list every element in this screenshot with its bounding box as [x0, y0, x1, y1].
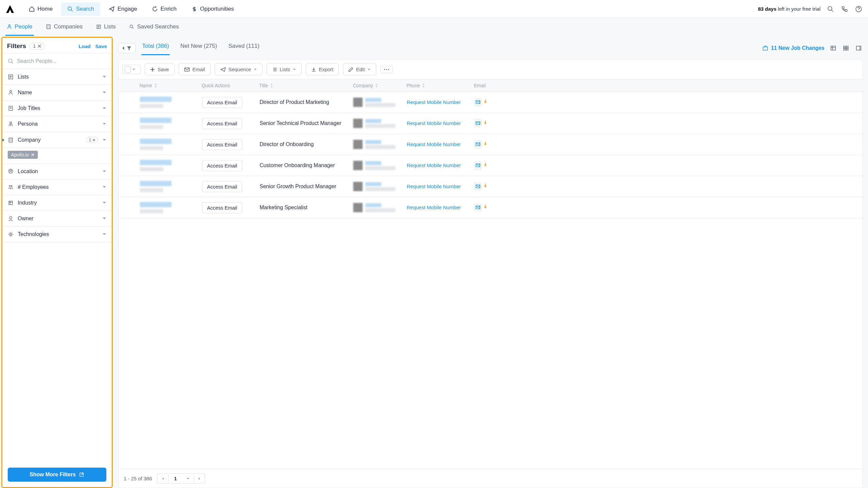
- filter-owner[interactable]: Owner: [2, 211, 112, 227]
- layout-grid-icon[interactable]: [842, 44, 850, 52]
- layout-list-icon[interactable]: [829, 44, 837, 52]
- company-cell[interactable]: [353, 98, 401, 107]
- sort-icon[interactable]: [422, 84, 425, 88]
- filter-lists[interactable]: Lists: [2, 69, 112, 85]
- column-company[interactable]: Company: [353, 83, 373, 88]
- sequence-button[interactable]: Sequence: [215, 64, 263, 75]
- show-more-filters-button[interactable]: Show More Filters: [8, 467, 106, 482]
- load-filters-link[interactable]: Load: [79, 43, 91, 49]
- tab-saved[interactable]: Saved (111): [228, 41, 260, 55]
- verified-email-icon[interactable]: [474, 162, 482, 169]
- filter-technologies[interactable]: Technologies: [2, 227, 112, 242]
- chevron-down-icon[interactable]: [132, 68, 135, 70]
- verified-email-icon[interactable]: [474, 183, 482, 190]
- chip-apollo-io[interactable]: Apollo.io: [8, 151, 38, 159]
- save-filters-link[interactable]: Save: [95, 43, 107, 49]
- request-mobile-link[interactable]: Request Mobile Number: [407, 120, 461, 126]
- company-cell[interactable]: [353, 203, 401, 212]
- filter--employees[interactable]: # Employees: [2, 180, 112, 195]
- export-button[interactable]: Export: [306, 64, 339, 75]
- verified-email-icon[interactable]: [474, 120, 482, 127]
- filter-persona[interactable]: Persona: [2, 116, 112, 132]
- verified-email-icon[interactable]: [474, 204, 482, 211]
- tab-net-new[interactable]: Net New (275): [180, 41, 218, 55]
- funnel-icon: [126, 45, 132, 51]
- filters-count-badge[interactable]: 1: [29, 42, 45, 50]
- dots-icon: [384, 69, 389, 70]
- request-mobile-link[interactable]: Request Mobile Number: [407, 162, 461, 168]
- pager-prev-button[interactable]: [158, 475, 168, 482]
- nav-home[interactable]: Home: [23, 2, 59, 16]
- nav-search[interactable]: Search: [61, 2, 100, 16]
- saved-search-icon: [129, 24, 134, 29]
- job-changes-link[interactable]: 11 New Job Changes: [762, 45, 825, 51]
- filter-name[interactable]: Name: [2, 85, 112, 101]
- nav-opportunities[interactable]: Opportunities: [185, 2, 240, 16]
- svg-point-14: [9, 186, 11, 187]
- download-email-icon[interactable]: [484, 162, 487, 168]
- request-mobile-link[interactable]: Request Mobile Number: [407, 204, 461, 210]
- column-title[interactable]: Title: [259, 83, 268, 88]
- column-name[interactable]: Name: [140, 83, 152, 88]
- access-email-button[interactable]: Access Email: [202, 97, 242, 108]
- chevron-down-icon: [102, 75, 106, 78]
- column-phone[interactable]: Phone: [406, 83, 420, 88]
- more-actions-button[interactable]: [380, 66, 393, 73]
- tab-total[interactable]: Total (386): [142, 41, 169, 55]
- download-email-icon[interactable]: [484, 120, 487, 126]
- company-cell[interactable]: [353, 182, 401, 191]
- help-icon[interactable]: [855, 5, 863, 13]
- filter-company-chips: Apollo.io: [2, 148, 112, 164]
- filter-industry[interactable]: Industry: [2, 195, 112, 211]
- verified-email-icon[interactable]: [474, 99, 482, 106]
- company-cell[interactable]: [353, 140, 401, 149]
- sort-icon[interactable]: [270, 84, 273, 88]
- request-mobile-link[interactable]: Request Mobile Number: [407, 184, 461, 189]
- chevron-down-icon: [367, 68, 371, 70]
- email-button[interactable]: Email: [179, 64, 211, 75]
- column-email[interactable]: Email: [474, 83, 486, 88]
- global-search-icon[interactable]: [827, 5, 835, 13]
- edit-button[interactable]: Edit: [343, 64, 376, 75]
- filter-job-titles[interactable]: Job Titles: [2, 101, 112, 116]
- select-all-checkbox[interactable]: [125, 67, 131, 72]
- verified-email-icon[interactable]: [474, 141, 482, 148]
- filter-search-input[interactable]: [17, 58, 106, 64]
- lists-button[interactable]: Lists: [267, 64, 302, 75]
- pager-next-button[interactable]: [194, 475, 205, 482]
- company-cell[interactable]: [353, 161, 401, 170]
- company-cell[interactable]: [353, 119, 401, 128]
- subnav-lists[interactable]: Lists: [95, 19, 117, 36]
- svg-rect-24: [185, 68, 189, 71]
- settings-icon[interactable]: [855, 44, 863, 52]
- request-mobile-link[interactable]: Request Mobile Number: [407, 99, 461, 105]
- collapse-filters-button[interactable]: [118, 43, 135, 53]
- pager-dropdown-button[interactable]: [182, 476, 194, 482]
- chevron-down-icon: [102, 123, 106, 125]
- access-email-button[interactable]: Access Email: [202, 181, 242, 192]
- phone-icon[interactable]: [841, 5, 848, 13]
- request-mobile-link[interactable]: Request Mobile Number: [407, 141, 461, 147]
- filter-location[interactable]: Location: [2, 164, 112, 180]
- subnav-companies[interactable]: Companies: [44, 19, 84, 36]
- sort-icon[interactable]: [154, 84, 157, 88]
- sort-icon[interactable]: [375, 84, 378, 88]
- nav-engage[interactable]: Engage: [103, 2, 143, 16]
- subnav-saved-searches[interactable]: Saved Searches: [128, 19, 180, 36]
- download-email-icon[interactable]: [484, 99, 487, 105]
- access-email-button[interactable]: Access Email: [202, 139, 242, 150]
- save-button[interactable]: Save: [145, 64, 175, 75]
- download-email-icon[interactable]: [484, 184, 487, 190]
- download-email-icon[interactable]: [484, 141, 487, 148]
- subnav-people[interactable]: People: [5, 19, 34, 36]
- svg-point-13: [10, 170, 11, 172]
- access-email-button[interactable]: Access Email: [202, 160, 242, 171]
- nav-enrich[interactable]: Enrich: [146, 2, 183, 16]
- chevron-down-icon: [102, 217, 106, 220]
- access-email-button[interactable]: Access Email: [202, 202, 242, 213]
- download-email-icon[interactable]: [484, 204, 487, 210]
- access-email-button[interactable]: Access Email: [202, 118, 242, 129]
- filter-icon: [8, 231, 14, 237]
- filter-company[interactable]: Company1: [2, 132, 112, 148]
- filter-count-badge[interactable]: 1: [86, 137, 98, 143]
